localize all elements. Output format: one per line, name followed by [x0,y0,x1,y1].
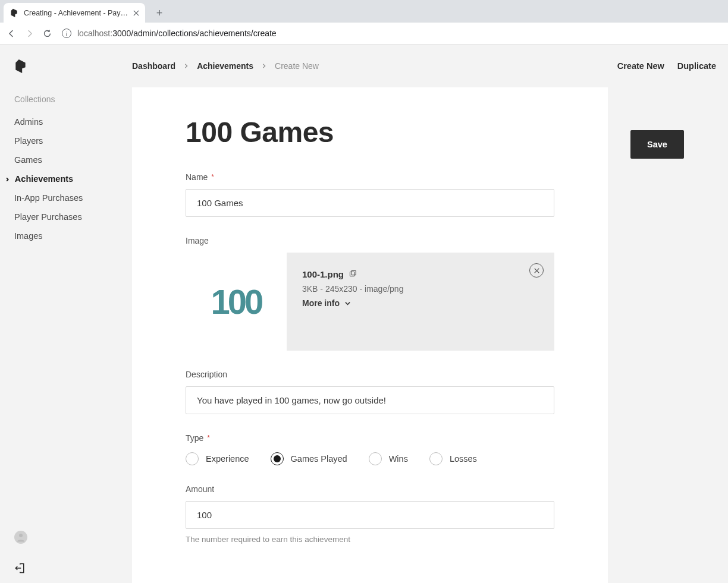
top-bar: DashboardAchievementsCreate New Create N… [132,45,728,71]
breadcrumb-item[interactable]: Dashboard [132,61,175,71]
sidebar-item-label: Admins [14,117,43,127]
sidebar-item-images[interactable]: Images [0,226,132,245]
right-rail: Save [608,71,727,583]
image-meta-text: 3KB - 245x230 - image/png [302,284,539,294]
app-root: Collections AdminsPlayersGamesAchievemen… [0,45,728,583]
radio-circle-icon [429,452,443,465]
radio-circle-icon [186,452,199,465]
reload-icon[interactable] [42,28,52,39]
radio-label: Losses [450,454,477,464]
chevron-right-icon [184,64,189,68]
sidebar-item-label: Achievements [15,174,73,184]
avatar[interactable] [14,531,27,544]
sidebar-item-admins[interactable]: Admins [0,112,132,131]
image-meta-box: 100-1.png 3KB - 245x230 - image/png More… [287,253,554,351]
page-title: 100 Games [186,116,554,149]
sidebar-item-label: Player Purchases [14,212,82,222]
svg-point-0 [19,534,23,537]
name-input[interactable] [186,189,554,217]
chevron-right-icon [262,64,266,68]
chevron-down-icon [344,300,351,307]
new-tab-button[interactable]: + [151,5,168,21]
back-icon[interactable] [6,28,17,39]
address-bar[interactable]: i localhost:3000/admin/collections/achie… [59,29,722,38]
radio-losses[interactable]: Losses [429,452,477,465]
sidebar-item-label: Images [14,231,43,241]
svg-rect-2 [352,270,356,275]
sidebar-item-label: Games [14,155,42,165]
tab-bar: Creating - Achievement - Payload + [0,0,728,23]
radio-wins[interactable]: Wins [369,452,408,465]
radio-label: Wins [389,454,408,464]
save-button[interactable]: Save [630,130,684,159]
radio-label: Experience [206,454,249,464]
image-filename[interactable]: 100-1.png [302,269,344,279]
name-label: Name [186,172,208,182]
tab-favicon-icon [10,8,19,18]
breadcrumb-item[interactable]: Achievements [197,61,253,71]
sidebar-item-players[interactable]: Players [0,131,132,150]
sidebar: Collections AdminsPlayersGamesAchievemen… [0,45,132,583]
field-name: Name * [186,172,554,217]
description-input[interactable] [186,386,554,414]
type-radio-group: ExperienceGames PlayedWinsLosses [186,452,554,465]
sidebar-item-achievements[interactable]: Achievements [0,169,132,188]
radio-experience[interactable]: Experience [186,452,249,465]
breadcrumb-item: Create New [275,61,319,71]
field-type: Type * ExperienceGames PlayedWinsLosses [186,433,554,465]
forward-icon [24,28,34,39]
main-content: DashboardAchievementsCreate New Create N… [132,45,728,583]
field-image: Image 100 100-1.png [186,236,554,351]
app-logo-icon[interactable] [14,59,27,73]
more-info-toggle[interactable]: More info [302,298,539,308]
create-new-link[interactable]: Create New [617,61,664,71]
sidebar-item-in-app-purchases[interactable]: In-App Purchases [0,188,132,207]
browser-toolbar: i localhost:3000/admin/collections/achie… [0,23,728,45]
type-label: Type [186,433,203,443]
duplicate-link[interactable]: Duplicate [677,61,716,71]
image-thumbnail[interactable]: 100 [186,253,287,351]
svg-rect-1 [350,272,354,276]
logout-icon[interactable] [14,563,25,573]
copy-filename-icon[interactable] [349,270,356,278]
radio-games-played[interactable]: Games Played [271,452,347,465]
field-amount: Amount The number required to earn this … [186,484,554,544]
sidebar-item-games[interactable]: Games [0,150,132,169]
browser-chrome: Creating - Achievement - Payload + i loc… [0,0,728,45]
required-star-icon: * [211,173,214,181]
sidebar-item-player-purchases[interactable]: Player Purchases [0,207,132,226]
sidebar-section-label: Collections [14,94,132,104]
form-card: 100 Games Name * Image [132,87,608,583]
description-label: Description [186,370,227,379]
field-description: Description [186,370,554,414]
browser-tab[interactable]: Creating - Achievement - Payload [4,3,145,23]
amount-help-text: The number required to earn this achieve… [186,535,554,544]
remove-image-icon[interactable] [529,263,544,278]
amount-label: Amount [186,484,214,494]
url-text: localhost:3000/admin/collections/achieve… [77,29,277,38]
site-info-icon[interactable]: i [62,29,71,38]
radio-circle-icon [271,452,284,465]
tab-title: Creating - Achievement - Payload [24,9,128,17]
radio-circle-icon [369,452,382,465]
radio-label: Games Played [291,454,347,464]
amount-input[interactable] [186,501,554,529]
more-info-label: More info [302,298,340,308]
breadcrumb: DashboardAchievementsCreate New [132,61,319,71]
sidebar-item-label: In-App Purchases [14,193,83,203]
tab-close-icon[interactable] [133,10,139,16]
image-label: Image [186,236,209,245]
sidebar-item-label: Players [14,136,43,146]
required-star-icon: * [207,434,210,442]
